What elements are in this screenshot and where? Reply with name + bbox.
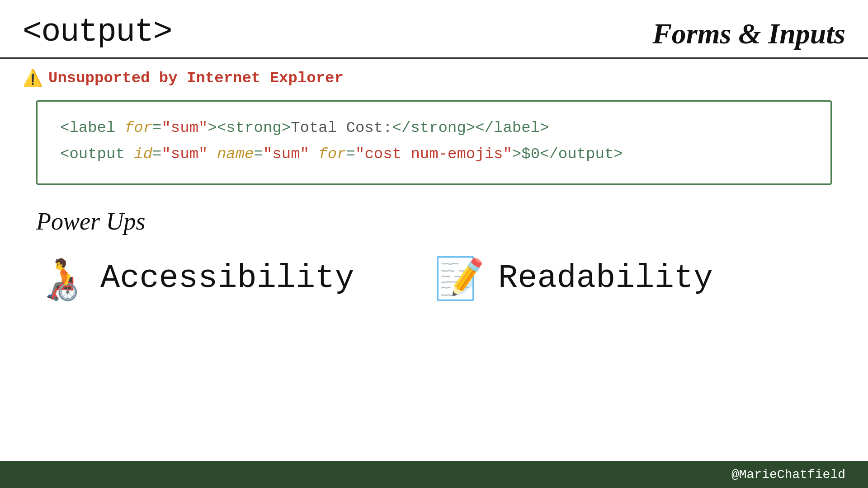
code-attr-for1: for [125,119,152,136]
header: <output> Forms & Inputs [0,0,868,59]
code-line-2: <output id="sum" name="sum" for="cost nu… [60,141,808,168]
code-block: <label for="sum"><strong>Total Cost:</st… [36,100,832,185]
warning-text: Unsupported by Internet Explorer [48,70,344,87]
code-line-1: <label for="sum"><strong>Total Cost:</st… [60,115,808,141]
section-label: Forms & Inputs [652,17,845,51]
code-attr-for2: for [318,145,346,163]
power-ups-section: Power Ups 🧑‍🦽 Accessibility 📝 Readabilit… [0,198,868,308]
power-up-readability: 📝 Readability [434,258,832,299]
code-space1 [208,145,217,163]
code-close1: > [208,119,217,136]
power-ups-items: 🧑‍🦽 Accessibility 📝 Readability [36,249,832,308]
code-equals2: = [152,145,161,163]
code-strong-close: </strong> [392,119,476,136]
code-output-open: <output [60,145,134,163]
code-equals3: = [254,145,263,163]
code-equals1: = [152,119,161,136]
code-total-cost: Total Cost: [291,119,392,136]
twitter-handle: @MarieChatfield [731,468,845,482]
footer: @MarieChatfield [0,461,868,488]
code-strong-open: <strong> [217,119,291,136]
power-ups-title: Power Ups [36,207,832,235]
readability-icon: 📝 [434,258,485,299]
code-value-for: "cost num-emojis" [355,145,512,163]
accessibility-icon: 🧑‍🦽 [36,258,87,299]
code-tag: <label [60,119,125,136]
code-attr-name: name [217,145,254,163]
power-up-accessibility: 🧑‍🦽 Accessibility [36,258,434,299]
code-output-content: >$0</output> [512,145,623,163]
accessibility-label: Accessibility [100,260,354,297]
code-space2 [309,145,318,163]
code-value-sum3: "sum" [263,145,309,163]
code-attr-id: id [134,145,152,163]
readability-label: Readability [498,260,713,297]
code-value-sum1: "sum" [161,119,208,136]
warning-icon: ⚠️ [23,69,43,88]
warning-line: ⚠️ Unsupported by Internet Explorer [0,59,868,96]
code-equals4: = [346,145,355,163]
code-value-sum2: "sum" [161,145,208,163]
page-title: <output> [23,14,172,51]
code-label-close: </label> [475,119,549,136]
